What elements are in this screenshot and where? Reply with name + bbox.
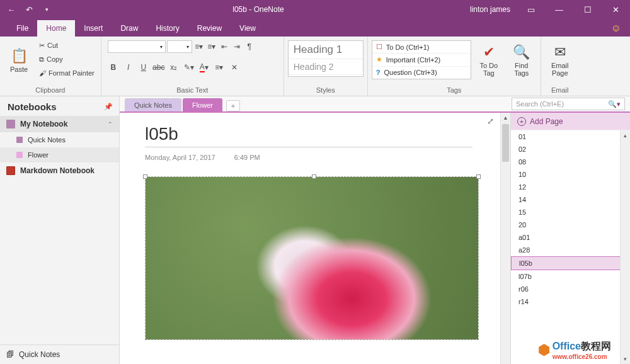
group-tags: ☐To Do (Ctrl+1) ★Important (Ctrl+2) ?Que… — [368, 37, 541, 96]
group-styles: Heading 1 Heading 2 Styles — [284, 37, 368, 96]
tab-draw[interactable]: Draw — [112, 20, 147, 37]
ribbon: 📋 Paste ✂Cut ⧉Copy 🖌Format Painter Clipb… — [0, 37, 630, 96]
page-list-item[interactable]: 14 — [511, 193, 630, 206]
page-title[interactable]: l05b — [145, 124, 500, 144]
resize-handle[interactable] — [476, 174, 481, 179]
subscript-button[interactable]: x₂ — [168, 62, 180, 73]
quick-notes-footer[interactable]: 🗐 Quick Notes — [0, 344, 119, 364]
maximize-button[interactable]: ☐ — [573, 0, 602, 19]
font-name-select[interactable]: ▾ — [108, 40, 166, 53]
page-list-item[interactable]: 20 — [511, 219, 630, 231]
page-list-item[interactable]: l05b — [511, 256, 630, 270]
tab-file[interactable]: File — [8, 20, 37, 37]
notebook-my-notebook[interactable]: My Notebook ⌃ — [0, 116, 119, 132]
qa-dropdown-icon[interactable]: ▾ — [40, 6, 53, 13]
numbering-button[interactable]: ≡▾ — [206, 41, 217, 52]
indent-button[interactable]: ⇥ — [231, 41, 243, 52]
styles-gallery[interactable]: Heading 1 Heading 2 — [288, 40, 364, 77]
add-page-button[interactable]: + Add Page — [511, 113, 630, 130]
tag-todo[interactable]: ☐To Do (Ctrl+1) — [372, 41, 471, 54]
search-tags-icon: 🔍 — [513, 43, 530, 62]
bullets-button[interactable]: ≡▾ — [193, 41, 205, 52]
ribbon-options-icon[interactable]: ▭ — [517, 0, 545, 19]
tab-review[interactable]: Review — [188, 20, 231, 37]
page-list-item[interactable]: a01 — [511, 231, 630, 244]
font-color-button[interactable]: A▾ — [198, 62, 210, 73]
page-list-item[interactable]: 02 — [511, 143, 630, 156]
section-icon — [16, 137, 23, 143]
section-tabs: Quick Notes Flower + Search (Ctrl+E) 🔍▾ — [120, 96, 630, 113]
outdent-button[interactable]: ⇤ — [219, 41, 230, 52]
menu-tabs: File Home Insert Draw History Review Vie… — [0, 19, 630, 37]
font-size-select[interactable]: ▾ — [167, 40, 192, 53]
section-flower[interactable]: Flower — [0, 147, 119, 162]
clear-format-button[interactable]: ✕ — [229, 62, 240, 73]
image-container[interactable] — [145, 176, 479, 340]
add-section-button[interactable]: + — [226, 100, 240, 111]
expand-icon[interactable]: ⤢ — [487, 117, 494, 126]
resize-handle[interactable] — [143, 174, 147, 179]
cut-icon: ✂ — [39, 42, 45, 50]
undo-icon[interactable]: ↶ — [23, 5, 35, 14]
page-list-item[interactable]: 10 — [511, 168, 630, 181]
page-list-item[interactable]: 12 — [511, 181, 630, 193]
user-name[interactable]: linton james — [464, 5, 517, 14]
scroll-up-icon[interactable]: ▴ — [621, 130, 630, 140]
sectab-quick-notes[interactable]: Quick Notes — [125, 98, 181, 111]
page-list-item[interactable]: 08 — [511, 156, 630, 168]
format-painter-button[interactable]: 🖌Format Painter — [37, 67, 97, 79]
sectab-flower[interactable]: Flower — [183, 98, 222, 111]
style-heading1[interactable]: Heading 1 — [289, 41, 363, 59]
page-list-item[interactable]: l07b — [511, 270, 630, 283]
resize-handle[interactable] — [312, 174, 316, 179]
group-label-clipboard: Clipboard — [4, 85, 97, 96]
style-heading2[interactable]: Heading 2 — [289, 59, 363, 75]
find-tags-button[interactable]: 🔍 Find Tags — [507, 39, 537, 81]
minimize-button[interactable]: — — [545, 0, 573, 19]
quick-notes-icon: 🗐 — [6, 350, 14, 359]
email-icon: ✉ — [554, 43, 566, 62]
search-input[interactable]: Search (Ctrl+E) 🔍▾ — [512, 98, 625, 110]
scroll-down-icon[interactable]: ▾ — [621, 354, 630, 364]
content-scrollbar[interactable]: ▲ — [500, 113, 510, 364]
underline-button[interactable]: U — [138, 62, 149, 73]
close-button[interactable]: ✕ — [602, 0, 630, 19]
notebooks-panel: Notebooks 📌 My Notebook ⌃ Quick Notes Fl… — [0, 96, 120, 364]
scroll-thumb[interactable] — [502, 124, 509, 162]
cut-button[interactable]: ✂Cut — [37, 39, 97, 52]
highlight-button[interactable]: ✎▾ — [183, 62, 195, 73]
group-basic-text: ▾ ▾ ≡▾ ≡▾ ⇤ ⇥ ¶ B I U abc x₂ ✎▾ A▾ ≡▾ ✕ … — [101, 37, 284, 96]
page-list-item[interactable]: 01 — [511, 130, 630, 143]
page-list-item[interactable]: 15 — [511, 206, 630, 219]
tags-gallery[interactable]: ☐To Do (Ctrl+1) ★Important (Ctrl+2) ?Que… — [372, 40, 471, 79]
page-list-item[interactable]: r14 — [511, 295, 630, 308]
todo-tag-button[interactable]: ✔ To Do Tag — [474, 39, 504, 81]
tab-history[interactable]: History — [147, 20, 188, 37]
tab-home[interactable]: Home — [37, 20, 75, 37]
tab-insert[interactable]: Insert — [75, 20, 112, 37]
italic-button[interactable]: I — [123, 62, 134, 73]
strike-button[interactable]: abc — [153, 62, 164, 73]
bold-button[interactable]: B — [108, 62, 119, 73]
section-quick-notes[interactable]: Quick Notes — [0, 132, 119, 147]
page-list-item[interactable]: a28 — [511, 244, 630, 256]
feedback-icon[interactable]: ☺ — [611, 23, 621, 37]
titlebar: ← ↶ ▾ l05b - OneNote linton james ▭ — ☐ … — [0, 0, 630, 19]
scroll-up-icon[interactable]: ▲ — [501, 113, 510, 123]
note-canvas[interactable]: ⤢ l05b Monday, April 17, 2017 6:49 PM — [120, 113, 500, 364]
copy-button[interactable]: ⧉Copy — [37, 53, 97, 65]
pagelist-scrollbar[interactable]: ▴ ▾ — [620, 130, 630, 364]
notebook-markdown[interactable]: Markdown Notebook — [0, 162, 119, 179]
tag-question[interactable]: ?Question (Ctrl+3) — [372, 67, 471, 79]
page-list-item[interactable]: r06 — [511, 283, 630, 295]
page-timestamp: Monday, April 17, 2017 6:49 PM — [145, 154, 500, 161]
tab-view[interactable]: View — [231, 20, 265, 37]
paragraph-button[interactable]: ¶ — [244, 41, 255, 52]
pin-icon[interactable]: 📌 — [104, 103, 113, 111]
back-icon[interactable]: ← — [5, 5, 18, 14]
tag-important[interactable]: ★Important (Ctrl+2) — [372, 54, 471, 66]
align-button[interactable]: ≡▾ — [214, 62, 225, 73]
plus-icon: + — [517, 117, 526, 126]
paste-button[interactable]: 📋 Paste — [4, 39, 34, 81]
email-page-button[interactable]: ✉ Email Page — [545, 39, 575, 81]
